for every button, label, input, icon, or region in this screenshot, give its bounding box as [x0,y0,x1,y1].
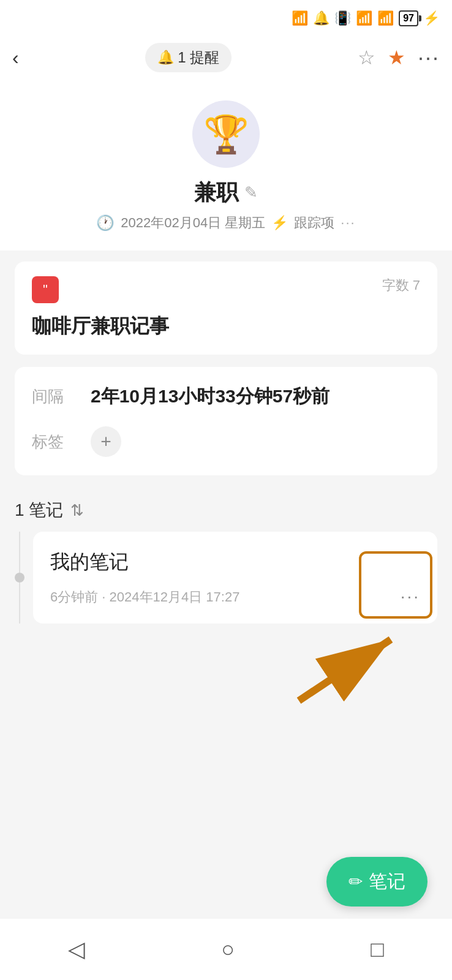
arrow-svg [250,621,434,719]
reminder-button[interactable]: 🔔 1 提醒 [145,43,231,72]
word-count: 字数 7 [382,276,420,295]
note-card-title: 我的笔记 [50,549,420,576]
content-section: " 字数 7 咖啡厅兼职记事 间隔 2年10月13小时33分钟57秒前 标签 + [0,251,452,499]
alarm-icon: 🔔 [313,10,330,26]
bookmark-empty-icon[interactable]: ☆ [358,46,375,69]
notes-list: 我的笔记 6分钟前 · 2024年12月4日 17:27 ··· [15,532,437,624]
bell-icon: 🔔 [157,50,174,66]
pencil-icon: ✏ [348,872,363,892]
nav-recent-button[interactable]: □ [371,937,384,962]
interval-value: 2年10月13小时33分钟57秒前 [91,384,330,409]
wifi-icon: 📶 [356,10,372,26]
header-bar: ‹ 🔔 1 提醒 ☆ ★ ··· [0,37,452,82]
battery-indicator: 97 [399,10,418,26]
reminder-count: 1 [178,49,186,66]
word-count-label: 字数 [382,277,409,293]
date-label: 2022年02月04日 星期五 [121,214,265,232]
fab-label: 笔记 [369,869,405,894]
quote-card: " 字数 7 咖啡厅兼职记事 [15,262,437,355]
title-row: 兼职 ✎ [194,178,258,208]
quote-card-title: 咖啡厅兼职记事 [32,313,420,340]
header-actions: ☆ ★ ··· [358,45,440,70]
nav-back-button[interactable]: ◁ [68,937,85,962]
interval-label: 间隔 [32,386,81,407]
sort-icon[interactable]: ⇅ [70,501,84,520]
avatar-emoji: 🏆 [203,113,249,156]
svg-line-1 [299,639,391,701]
add-tag-button[interactable]: + [91,426,121,457]
tag-row: 标签 + [32,426,420,469]
notes-header: 1 笔记 ⇅ [15,499,437,522]
interval-card: 间隔 2年10月13小时33分钟57秒前 标签 + [15,367,437,475]
arrow-annotation [0,633,452,744]
back-button[interactable]: ‹ [12,47,19,69]
tag-label: 标签 [32,431,81,453]
plus-icon: + [100,431,111,452]
edit-icon[interactable]: ✎ [244,183,258,202]
avatar-section: 🏆 兼职 ✎ 🕐 2022年02月04日 星期五 ⚡ 跟踪项 ··· [0,82,452,251]
page-title: 兼职 [194,178,238,208]
battery-level: 97 [403,13,414,24]
track-label: 跟踪项 [294,214,334,232]
notes-count-label: 1 笔记 [15,499,63,522]
avatar: 🏆 [192,100,260,168]
quote-card-header: " 字数 7 [32,276,420,303]
note-card: 我的笔记 6分钟前 · 2024年12月4日 17:27 ··· [33,532,437,624]
meta-more-dots[interactable]: ··· [341,215,355,231]
fab-button[interactable]: ✏ 笔记 [326,857,428,907]
meta-row: 🕐 2022年02月04日 星期五 ⚡ 跟踪项 ··· [96,214,355,232]
bookmark-filled-icon[interactable]: ★ [388,46,405,69]
note-card-meta: 6分钟前 · 2024年12月4日 17:27 [50,588,420,606]
timeline-dot [15,573,24,582]
quote-symbol: " [43,282,48,298]
interval-row: 间隔 2年10月13小时33分钟57秒前 [32,384,420,409]
bottom-nav: ◁ ○ □ [0,919,452,980]
signal-icon: 📶 [377,10,394,26]
nfc-icon: 📶 [292,10,308,26]
reminder-label: 提醒 [190,48,219,67]
charging-icon: ⚡ [423,10,440,26]
note-more-button[interactable]: ··· [401,587,420,606]
word-count-value: 7 [413,277,420,293]
status-icons: 📶 🔔 📳 📶 📶 97 ⚡ [292,10,440,26]
quote-icon: " [32,276,59,303]
header-center: 🔔 1 提醒 [145,43,231,72]
vibrate-icon: 📳 [334,10,351,26]
nav-home-button[interactable]: ○ [221,937,235,962]
more-options-icon[interactable]: ··· [418,45,440,70]
clock-icon: 🕐 [96,214,115,232]
status-bar: 📶 🔔 📳 📶 📶 97 ⚡ [0,0,452,37]
notes-section: 1 笔记 ⇅ 我的笔记 6分钟前 · 2024年12月4日 17:27 ··· [0,499,452,624]
bolt-icon: ⚡ [271,215,288,231]
